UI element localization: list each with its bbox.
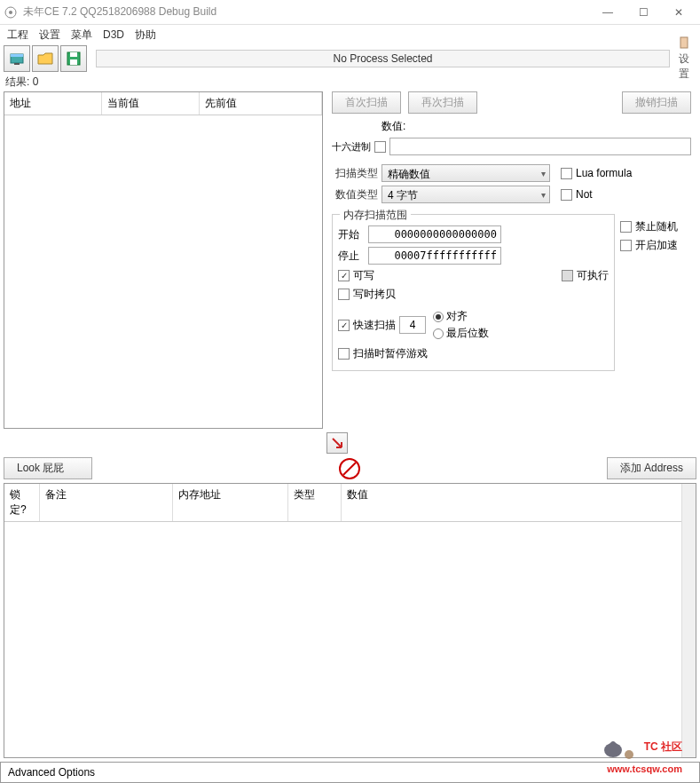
menu-project[interactable]: 工程 — [7, 28, 28, 43]
mid-toolbar: Look 屁屁 添加 Address — [0, 454, 700, 483]
results-count: 结果: 0 — [0, 73, 700, 91]
memory-scan-group: 内存扫描范围 开始 停止 可写 可执行 写 — [332, 214, 615, 371]
disable-random-checkbox[interactable] — [620, 221, 632, 233]
open-process-button[interactable] — [4, 45, 30, 72]
first-scan-button[interactable]: 首次扫描 — [332, 91, 401, 114]
window-controls: — ☐ ✕ — [590, 1, 696, 24]
svg-rect-4 — [14, 63, 20, 65]
add-to-list-button[interactable] — [326, 432, 348, 454]
col-current[interactable]: 当前值 — [102, 92, 200, 115]
save-button[interactable] — [60, 45, 87, 72]
stop-address-input[interactable] — [368, 247, 501, 265]
svg-point-1 — [9, 11, 12, 14]
start-label: 开始 — [338, 227, 365, 242]
settings-link[interactable]: 设置 — [675, 36, 693, 82]
address-table-header: 锁定? 备注 内存地址 类型 数值 — [4, 484, 696, 522]
col-remark[interactable]: 备注 — [40, 484, 173, 521]
writable-checkbox[interactable] — [338, 270, 350, 281]
hex-checkbox[interactable] — [374, 141, 386, 153]
value-type-dropdown[interactable]: 4 字节 — [381, 186, 550, 203]
svg-rect-8 — [680, 37, 688, 48]
lastdigits-label: 最后位数 — [446, 326, 489, 341]
titlebar: 未年CE 7.2 QQ2518206988 Debug Build — ☐ ✕ — [0, 0, 700, 25]
svg-rect-6 — [70, 52, 77, 57]
fastscan-value-input[interactable] — [399, 316, 426, 334]
col-memaddress[interactable]: 内存地址 — [173, 484, 288, 521]
lua-formula-label: Lua formula — [576, 167, 632, 179]
address-table-scrollbar[interactable] — [681, 484, 696, 757]
pausegame-checkbox[interactable] — [338, 348, 350, 360]
aligned-label: 对齐 — [446, 309, 468, 324]
maximize-button[interactable]: ☐ — [625, 1, 661, 24]
process-selector[interactable]: No Process Selected — [96, 50, 670, 67]
scan-panel: 首次扫描 再次扫描 撤销扫描 数值: 十六进制 扫描类型 精确数值 Lua fo… — [326, 91, 696, 429]
memscan-title: 内存扫描范围 — [340, 208, 411, 223]
writable-label: 可写 — [353, 268, 374, 283]
results-header: 地址 当前值 先前值 — [4, 92, 322, 115]
not-checkbox[interactable] — [561, 189, 572, 201]
copyonwrite-checkbox[interactable] — [338, 289, 350, 300]
scan-type-label: 扫描类型 — [332, 166, 378, 181]
address-table: 锁定? 备注 内存地址 类型 数值 — [4, 483, 696, 758]
executable-label: 可执行 — [577, 268, 609, 283]
close-button[interactable]: ✕ — [661, 1, 696, 24]
fastscan-label: 快速扫描 — [353, 318, 396, 333]
menu-menu[interactable]: 菜单 — [71, 28, 92, 43]
open-file-button[interactable] — [32, 45, 59, 72]
value-type-label: 数值类型 — [332, 187, 378, 202]
lastdigits-radio[interactable] — [433, 328, 444, 339]
toolbar: No Process Selected 设置 — [0, 44, 700, 73]
hex-label: 十六进制 — [332, 140, 371, 154]
minimize-button[interactable]: — — [590, 1, 625, 24]
menu-help[interactable]: 协助 — [135, 28, 156, 43]
col-value[interactable]: 数值 — [342, 484, 696, 521]
enable-speed-checkbox[interactable] — [620, 240, 632, 251]
col-previous[interactable]: 先前值 — [200, 92, 322, 115]
svg-rect-7 — [70, 59, 77, 65]
not-label: Not — [576, 188, 593, 201]
col-lock[interactable]: 锁定? — [4, 484, 40, 521]
executable-checkbox[interactable] — [562, 270, 573, 281]
col-address[interactable]: 地址 — [4, 92, 102, 115]
col-type[interactable]: 类型 — [288, 484, 342, 521]
titlebar-text: 未年CE 7.2 QQ2518206988 Debug Build — [23, 4, 590, 20]
disable-random-label: 禁止随机 — [635, 219, 678, 234]
aligned-radio[interactable] — [433, 312, 444, 322]
menu-settings[interactable]: 设置 — [39, 28, 60, 43]
advanced-options-button[interactable]: Advanced Options — [0, 762, 700, 783]
fastscan-checkbox[interactable] — [338, 320, 350, 331]
value-input[interactable] — [389, 138, 691, 155]
pausegame-label: 扫描时暂停游戏 — [353, 346, 428, 361]
results-list[interactable] — [4, 115, 322, 428]
copyonwrite-label: 写时拷贝 — [353, 287, 396, 302]
stop-label: 停止 — [338, 249, 365, 264]
next-scan-button[interactable]: 再次扫描 — [408, 91, 477, 114]
enable-speed-label: 开启加速 — [635, 238, 678, 253]
value-label: 数值: — [381, 119, 405, 134]
menu-d3d[interactable]: D3D — [103, 28, 124, 41]
svg-rect-3 — [11, 54, 23, 57]
results-panel: 地址 当前值 先前值 — [4, 91, 323, 429]
menubar: 工程 设置 菜单 D3D 协助 — [0, 25, 700, 44]
look-button[interactable]: Look 屁屁 — [4, 457, 92, 479]
stop-icon — [339, 458, 360, 479]
lua-formula-checkbox[interactable] — [561, 168, 572, 179]
start-address-input[interactable] — [368, 225, 501, 243]
undo-scan-button[interactable]: 撤销扫描 — [622, 91, 691, 114]
add-address-button[interactable]: 添加 Address — [607, 457, 696, 479]
main-area: 地址 当前值 先前值 首次扫描 再次扫描 撤销扫描 数值: 十六进制 扫描类型 … — [0, 91, 700, 429]
scan-type-dropdown[interactable]: 精确数值 — [381, 164, 550, 182]
app-icon — [4, 5, 18, 20]
